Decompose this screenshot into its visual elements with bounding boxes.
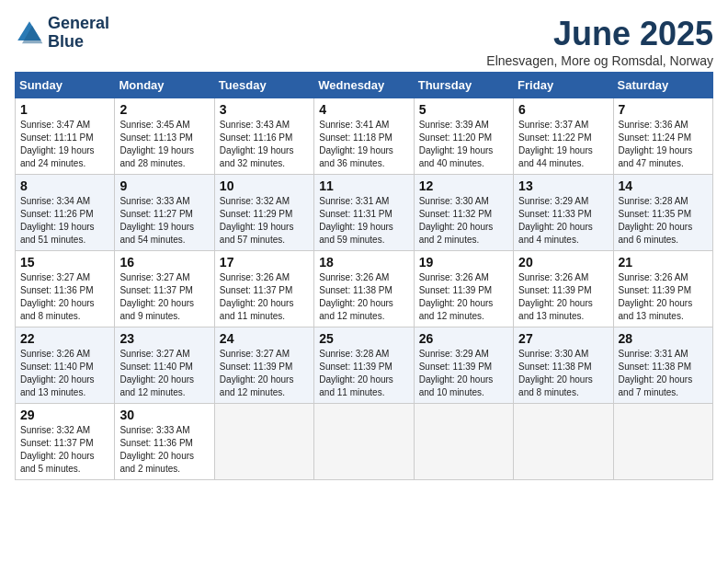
calendar-cell: 10Sunrise: 3:32 AMSunset: 11:29 PMDaylig…	[214, 175, 313, 251]
calendar-cell	[314, 404, 414, 480]
day-info: Sunrise: 3:39 AMSunset: 11:20 PMDaylight…	[419, 119, 508, 170]
day-number: 3	[220, 102, 309, 117]
day-number: 23	[119, 331, 209, 346]
day-number: 14	[619, 178, 708, 193]
calendar-cell: 8Sunrise: 3:34 AMSunset: 11:26 PMDayligh…	[16, 175, 115, 251]
weekday-header-saturday: Saturday	[613, 73, 712, 98]
calendar-cell: 6Sunrise: 3:37 AMSunset: 11:22 PMDayligh…	[514, 98, 613, 175]
page-header: General Blue June 2025 Elnesvagen, More …	[15, 15, 713, 68]
calendar-cell: 23Sunrise: 3:27 AMSunset: 11:40 PMDaylig…	[115, 327, 214, 404]
weekday-header-wednesday: Wednesday	[314, 73, 414, 98]
day-number: 8	[20, 178, 109, 193]
day-number: 13	[518, 178, 608, 193]
day-info: Sunrise: 3:45 AMSunset: 11:13 PMDaylight…	[119, 119, 209, 170]
calendar-cell: 12Sunrise: 3:30 AMSunset: 11:32 PMDaylig…	[414, 175, 513, 251]
calendar-cell: 13Sunrise: 3:29 AMSunset: 11:33 PMDaylig…	[514, 175, 613, 251]
weekday-header-sunday: Sunday	[16, 73, 115, 98]
calendar-cell: 24Sunrise: 3:27 AMSunset: 11:39 PMDaylig…	[214, 327, 313, 404]
calendar-cell	[514, 404, 613, 480]
calendar-cell	[414, 404, 513, 480]
day-number: 1	[20, 102, 109, 117]
logo-text: General Blue	[48, 15, 109, 52]
day-info: Sunrise: 3:27 AMSunset: 11:40 PMDaylight…	[119, 348, 209, 399]
day-info: Sunrise: 3:28 AMSunset: 11:35 PMDaylight…	[619, 195, 708, 247]
day-number: 17	[220, 255, 309, 270]
day-info: Sunrise: 3:30 AMSunset: 11:32 PMDaylight…	[419, 195, 508, 247]
calendar-cell: 19Sunrise: 3:26 AMSunset: 11:39 PMDaylig…	[414, 251, 513, 327]
calendar-cell: 17Sunrise: 3:26 AMSunset: 11:37 PMDaylig…	[214, 251, 313, 327]
day-info: Sunrise: 3:31 AMSunset: 11:38 PMDaylight…	[619, 348, 708, 399]
day-number: 26	[419, 331, 508, 346]
calendar-cell: 27Sunrise: 3:30 AMSunset: 11:38 PMDaylig…	[514, 327, 613, 404]
calendar-cell: 28Sunrise: 3:31 AMSunset: 11:38 PMDaylig…	[613, 327, 712, 404]
day-info: Sunrise: 3:27 AMSunset: 11:39 PMDaylight…	[220, 348, 309, 399]
day-info: Sunrise: 3:26 AMSunset: 11:37 PMDaylight…	[220, 271, 309, 323]
day-info: Sunrise: 3:32 AMSunset: 11:29 PMDaylight…	[220, 195, 309, 247]
weekday-header-row: SundayMondayTuesdayWednesdayThursdayFrid…	[16, 73, 713, 98]
day-info: Sunrise: 3:26 AMSunset: 11:39 PMDaylight…	[619, 271, 708, 323]
day-info: Sunrise: 3:27 AMSunset: 11:37 PMDaylight…	[119, 271, 209, 323]
calendar-cell: 20Sunrise: 3:26 AMSunset: 11:39 PMDaylig…	[514, 251, 613, 327]
calendar-cell: 26Sunrise: 3:29 AMSunset: 11:39 PMDaylig…	[414, 327, 513, 404]
calendar-cell: 14Sunrise: 3:28 AMSunset: 11:35 PMDaylig…	[613, 175, 712, 251]
day-number: 19	[419, 255, 508, 270]
day-number: 21	[619, 255, 708, 270]
calendar-cell: 29Sunrise: 3:32 AMSunset: 11:37 PMDaylig…	[16, 404, 115, 480]
logo-icon	[15, 18, 44, 48]
calendar-cell	[214, 404, 313, 480]
calendar-week-4: 22Sunrise: 3:26 AMSunset: 11:40 PMDaylig…	[16, 327, 713, 404]
calendar-cell: 15Sunrise: 3:27 AMSunset: 11:36 PMDaylig…	[16, 251, 115, 327]
day-info: Sunrise: 3:34 AMSunset: 11:26 PMDaylight…	[20, 195, 109, 247]
day-number: 24	[220, 331, 309, 346]
weekday-header-monday: Monday	[115, 73, 214, 98]
day-number: 2	[119, 102, 209, 117]
day-number: 20	[518, 255, 608, 270]
day-info: Sunrise: 3:33 AMSunset: 11:36 PMDaylight…	[119, 424, 209, 476]
location: Elnesvagen, More og Romsdal, Norway	[486, 53, 713, 68]
day-number: 12	[419, 178, 508, 193]
calendar-cell: 9Sunrise: 3:33 AMSunset: 11:27 PMDayligh…	[115, 175, 214, 251]
day-info: Sunrise: 3:47 AMSunset: 11:11 PMDaylight…	[20, 119, 109, 170]
day-number: 18	[319, 255, 408, 270]
calendar-week-3: 15Sunrise: 3:27 AMSunset: 11:36 PMDaylig…	[16, 251, 713, 327]
day-number: 10	[220, 178, 309, 193]
calendar-cell: 7Sunrise: 3:36 AMSunset: 11:24 PMDayligh…	[613, 98, 712, 175]
day-info: Sunrise: 3:43 AMSunset: 11:16 PMDaylight…	[220, 119, 309, 170]
month-year: June 2025	[486, 15, 713, 53]
day-info: Sunrise: 3:29 AMSunset: 11:39 PMDaylight…	[419, 348, 508, 399]
title-block: June 2025 Elnesvagen, More og Romsdal, N…	[486, 15, 713, 68]
calendar-week-5: 29Sunrise: 3:32 AMSunset: 11:37 PMDaylig…	[16, 404, 713, 480]
day-info: Sunrise: 3:33 AMSunset: 11:27 PMDaylight…	[119, 195, 209, 247]
day-number: 25	[319, 331, 408, 346]
day-info: Sunrise: 3:32 AMSunset: 11:37 PMDaylight…	[20, 424, 109, 476]
day-number: 4	[319, 102, 408, 117]
day-info: Sunrise: 3:27 AMSunset: 11:36 PMDaylight…	[20, 271, 109, 323]
day-number: 28	[619, 331, 708, 346]
day-number: 16	[119, 255, 209, 270]
day-info: Sunrise: 3:31 AMSunset: 11:31 PMDaylight…	[319, 195, 408, 247]
day-number: 29	[20, 408, 109, 422]
calendar-cell: 11Sunrise: 3:31 AMSunset: 11:31 PMDaylig…	[314, 175, 414, 251]
day-info: Sunrise: 3:26 AMSunset: 11:39 PMDaylight…	[419, 271, 508, 323]
day-info: Sunrise: 3:26 AMSunset: 11:38 PMDaylight…	[319, 271, 408, 323]
weekday-header-tuesday: Tuesday	[214, 73, 313, 98]
calendar-cell: 2Sunrise: 3:45 AMSunset: 11:13 PMDayligh…	[115, 98, 214, 175]
day-number: 5	[419, 102, 508, 117]
calendar-cell: 22Sunrise: 3:26 AMSunset: 11:40 PMDaylig…	[16, 327, 115, 404]
calendar-cell: 18Sunrise: 3:26 AMSunset: 11:38 PMDaylig…	[314, 251, 414, 327]
day-info: Sunrise: 3:37 AMSunset: 11:22 PMDaylight…	[518, 119, 608, 170]
day-number: 6	[518, 102, 608, 117]
calendar-cell: 4Sunrise: 3:41 AMSunset: 11:18 PMDayligh…	[314, 98, 414, 175]
day-info: Sunrise: 3:28 AMSunset: 11:39 PMDaylight…	[319, 348, 408, 399]
calendar-table: SundayMondayTuesdayWednesdayThursdayFrid…	[15, 72, 713, 480]
day-number: 22	[20, 331, 109, 346]
calendar-week-1: 1Sunrise: 3:47 AMSunset: 11:11 PMDayligh…	[16, 98, 713, 175]
calendar-cell: 1Sunrise: 3:47 AMSunset: 11:11 PMDayligh…	[16, 98, 115, 175]
day-number: 11	[319, 178, 408, 193]
calendar-cell: 30Sunrise: 3:33 AMSunset: 11:36 PMDaylig…	[115, 404, 214, 480]
day-number: 30	[119, 408, 209, 422]
calendar-cell: 21Sunrise: 3:26 AMSunset: 11:39 PMDaylig…	[613, 251, 712, 327]
calendar-cell: 5Sunrise: 3:39 AMSunset: 11:20 PMDayligh…	[414, 98, 513, 175]
day-info: Sunrise: 3:26 AMSunset: 11:39 PMDaylight…	[518, 271, 608, 323]
weekday-header-friday: Friday	[514, 73, 613, 98]
